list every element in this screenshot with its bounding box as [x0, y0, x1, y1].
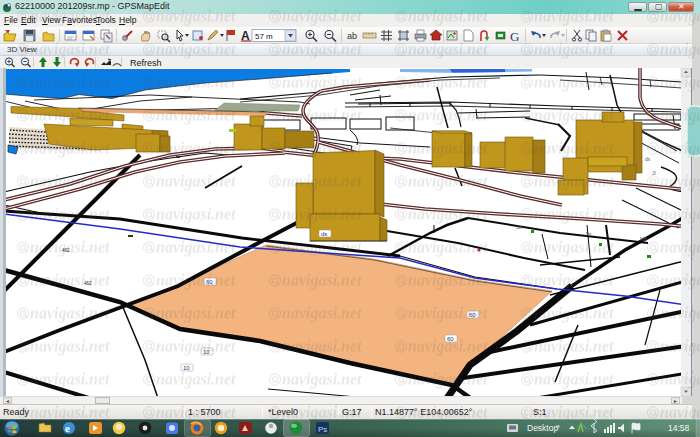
svg-text:»: » [556, 423, 560, 430]
svg-text:57 m: 57 m [255, 32, 273, 41]
svg-text:G: G [510, 29, 519, 44]
svg-text:Jln: Jln [585, 231, 592, 237]
svg-text:10: 10 [203, 349, 210, 355]
svg-text:60: 60 [206, 279, 213, 285]
svg-text:10: 10 [183, 365, 190, 371]
svg-text:60: 60 [469, 312, 476, 318]
svg-text:NB: NB [640, 236, 648, 242]
svg-text:ab: ab [347, 31, 357, 41]
svg-text:ds: ds [321, 231, 327, 237]
svg-text:Refresh: Refresh [130, 58, 162, 68]
svg-text:462: 462 [84, 281, 92, 286]
svg-text:462: 462 [62, 248, 70, 253]
svg-text:ds: ds [645, 156, 651, 162]
svg-text:60: 60 [447, 336, 454, 342]
svg-text:Desktop: Desktop [527, 423, 558, 433]
svg-text:14:58: 14:58 [668, 423, 690, 433]
svg-text:Ps: Ps [318, 425, 327, 434]
svg-text:Jl: Jl [652, 170, 656, 176]
svg-text:e: e [65, 422, 70, 434]
svg-text:Jln: Jln [516, 224, 523, 230]
